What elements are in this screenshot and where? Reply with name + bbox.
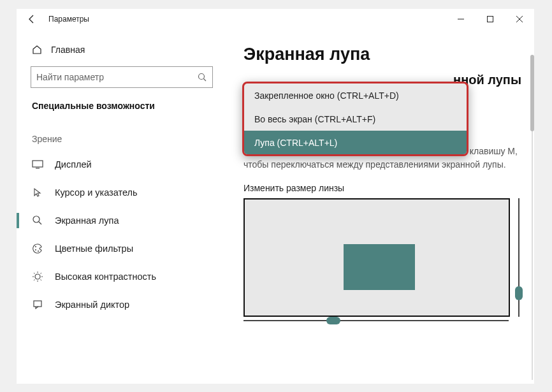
sidebar-item-high-contrast[interactable]: Высокая контрастность [17, 263, 227, 291]
dropdown-option-fullscreen[interactable]: Во весь экран (CTRL+ALT+F) [244, 107, 467, 131]
lens-frame [243, 198, 510, 317]
sidebar-item-narrator[interactable]: Экранный диктор [17, 291, 227, 319]
sidebar: Главная Специальные возможности Зрение [17, 29, 227, 384]
slider-track [243, 320, 509, 321]
svg-line-18 [34, 273, 35, 274]
dropdown-option-lens[interactable]: Лупа (CTRL+ALT+L) [244, 131, 467, 154]
sidebar-item-magnifier[interactable]: Экранная лупа [17, 207, 227, 235]
page-title: Экранная лупа [243, 45, 521, 64]
svg-point-11 [35, 249, 36, 250]
close-icon [516, 16, 523, 22]
home-label: Главная [51, 45, 85, 55]
sidebar-item-cursor[interactable]: Курсор и указатель [17, 178, 227, 207]
slider-thumb[interactable] [326, 317, 340, 324]
sidebar-subhead: Зрение [17, 122, 227, 150]
window-controls [446, 9, 534, 29]
svg-line-9 [39, 222, 41, 224]
option-label: Закрепленное окно (CTRL+ALT+D) [254, 91, 399, 101]
slider-thumb[interactable] [515, 286, 523, 300]
lens-size-label: Изменить размер линзы [243, 183, 521, 193]
back-button[interactable] [17, 9, 47, 29]
search-icon [197, 72, 207, 82]
magnifier-icon [32, 215, 43, 226]
settings-window: Параметры Главная [17, 9, 534, 384]
option-label: Лупа (CTRL+ALT+L) [254, 138, 337, 148]
sidebar-item-label: Экранная лупа [55, 215, 119, 226]
nav-list: Дисплей Курсор и указатель Экранная лупа [17, 150, 227, 319]
sidebar-item-color-filters[interactable]: Цветные фильтры [17, 235, 227, 263]
search-input[interactable] [31, 66, 213, 88]
display-icon [32, 159, 43, 170]
option-label: Во весь экран (CTRL+ALT+F) [254, 114, 375, 124]
lens-preview-area [243, 198, 524, 326]
svg-line-21 [41, 273, 42, 274]
svg-point-13 [35, 274, 40, 279]
minimize-button[interactable] [446, 9, 476, 29]
svg-point-12 [38, 250, 39, 252]
narrator-icon [32, 299, 43, 310]
dropdown-option-docked[interactable]: Закрепленное окно (CTRL+ALT+D) [244, 83, 467, 107]
svg-rect-22 [34, 301, 41, 307]
svg-point-4 [199, 74, 205, 80]
maximize-button[interactable] [476, 9, 505, 29]
section-heading: Специальные возможности [17, 96, 227, 122]
home-nav[interactable]: Главная [17, 37, 227, 62]
scrollbar-thumb[interactable] [530, 55, 534, 131]
svg-rect-6 [33, 161, 43, 167]
sidebar-item-label: Курсор и указатель [55, 187, 138, 198]
svg-point-8 [33, 216, 40, 222]
svg-rect-1 [488, 17, 493, 22]
sidebar-item-label: Дисплей [55, 159, 92, 170]
maximize-icon [487, 16, 493, 22]
svg-line-20 [34, 280, 35, 281]
home-icon [32, 45, 42, 55]
svg-line-19 [41, 280, 42, 281]
close-button[interactable] [505, 9, 534, 29]
svg-line-5 [204, 79, 207, 82]
search-field[interactable] [36, 72, 197, 82]
window-title: Параметры [47, 15, 446, 24]
lens-height-slider[interactable] [514, 198, 524, 317]
cursor-icon [32, 187, 43, 198]
sidebar-item-label: Высокая контрастность [55, 272, 156, 282]
lens-width-slider[interactable] [243, 316, 509, 326]
sidebar-item-label: Цветные фильтры [55, 243, 133, 254]
contrast-icon [32, 271, 43, 282]
sidebar-item-display[interactable]: Дисплей [17, 150, 227, 178]
titlebar: Параметры [17, 9, 534, 29]
palette-icon [32, 243, 43, 254]
svg-point-10 [35, 246, 36, 247]
minimize-icon [458, 16, 464, 22]
sidebar-item-label: Экранный диктор [55, 300, 129, 310]
lens-rect [344, 244, 415, 290]
view-mode-dropdown[interactable]: Закрепленное окно (CTRL+ALT+D) Во весь э… [242, 82, 468, 156]
